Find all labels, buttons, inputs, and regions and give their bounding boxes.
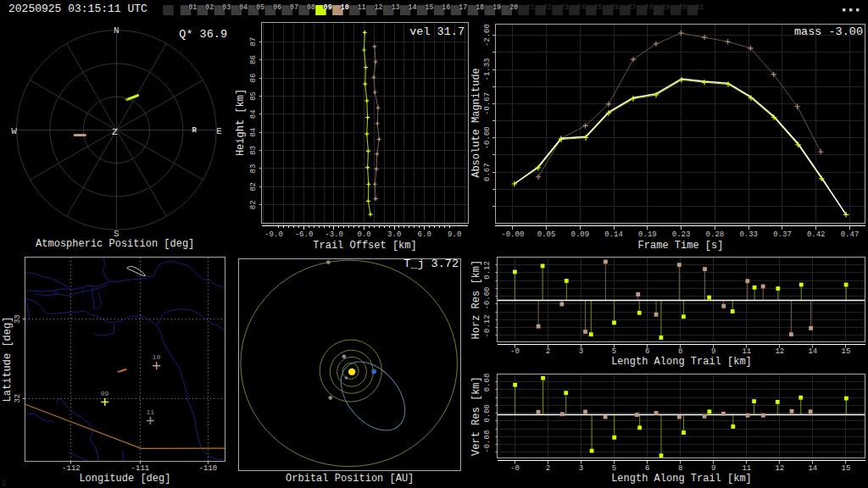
svg-text:E: E — [216, 126, 222, 136]
svg-text:14: 14 — [808, 347, 817, 356]
svg-text:Length Along Trail [km]: Length Along Trail [km] — [611, 356, 752, 368]
svg-text:5: 5 — [612, 347, 616, 356]
svg-text:0.00: 0.00 — [483, 404, 492, 423]
svg-text:Vert Res [km]: Vert Res [km] — [470, 376, 482, 456]
svg-text:14: 14 — [808, 464, 817, 473]
svg-text:Absolute Magnitude: Absolute Magnitude — [470, 68, 482, 178]
svg-text:Q* 36.9: Q* 36.9 — [179, 28, 227, 41]
svg-text:20: 20 — [509, 3, 518, 12]
svg-text:18: 18 — [476, 3, 484, 12]
svg-text:02: 02 — [205, 3, 214, 12]
svg-text:05: 05 — [256, 3, 264, 12]
svg-text:83: 83 — [249, 164, 258, 174]
svg-text:0.08: 0.08 — [483, 374, 492, 392]
svg-text:-0.00: -0.00 — [501, 230, 524, 239]
svg-text:14: 14 — [408, 3, 416, 12]
svg-text:-1.33: -1.33 — [483, 58, 492, 80]
svg-text:86: 86 — [249, 74, 258, 83]
svg-text:gmn: gmn — [2, 479, 7, 486]
svg-text:15: 15 — [425, 3, 433, 12]
svg-text:22: 22 — [543, 3, 552, 12]
svg-text:8: 8 — [678, 347, 682, 356]
svg-text:-110: -110 — [199, 464, 218, 473]
svg-text:Longitude [deg]: Longitude [deg] — [79, 473, 170, 485]
svg-text:12: 12 — [374, 3, 382, 12]
svg-text:12: 12 — [775, 347, 784, 356]
svg-text:Frame Time [s]: Frame Time [s] — [638, 240, 724, 252]
svg-text:01: 01 — [188, 3, 197, 12]
svg-text:6: 6 — [645, 347, 649, 356]
svg-text:0.14: 0.14 — [604, 230, 623, 239]
svg-text:0.33: 0.33 — [739, 230, 758, 239]
svg-text:-111: -111 — [131, 464, 150, 473]
svg-text:11: 11 — [742, 347, 751, 356]
svg-text:03: 03 — [222, 3, 231, 12]
svg-text:vel 31.7: vel 31.7 — [409, 25, 465, 38]
svg-text:0.09: 0.09 — [570, 230, 589, 239]
svg-text:17: 17 — [459, 3, 467, 12]
svg-text:6.0: 6.0 — [418, 230, 431, 239]
svg-text:31: 31 — [695, 3, 704, 12]
svg-text:0.05: 0.05 — [537, 230, 556, 239]
svg-text:Length Along Trail [km]: Length Along Trail [km] — [611, 473, 752, 485]
svg-text:26: 26 — [610, 3, 619, 12]
svg-text:0.12: 0.12 — [483, 261, 492, 280]
svg-text:82: 82 — [249, 182, 258, 191]
svg-text:W: W — [11, 126, 17, 136]
svg-text:12: 12 — [775, 464, 784, 473]
svg-text:8: 8 — [678, 464, 682, 473]
svg-text:0.0: 0.0 — [357, 230, 370, 239]
svg-text:-0: -0 — [510, 347, 520, 356]
svg-text:Z: Z — [112, 126, 118, 137]
svg-text:09: 09 — [324, 3, 332, 12]
svg-text:3.0: 3.0 — [387, 230, 401, 239]
svg-text:3: 3 — [579, 464, 583, 473]
svg-text:2: 2 — [546, 464, 550, 473]
svg-text:-0: -0 — [510, 464, 520, 473]
svg-text:19: 19 — [492, 3, 501, 12]
svg-text:32: 32 — [14, 394, 22, 403]
svg-text:Latitude [deg]: Latitude [deg] — [2, 317, 14, 402]
svg-text:06: 06 — [273, 3, 281, 12]
svg-text:0.19: 0.19 — [638, 230, 657, 239]
svg-text:0.23: 0.23 — [672, 230, 691, 239]
svg-text:16: 16 — [442, 3, 450, 12]
svg-text:mass -3.00: mass -3.00 — [794, 25, 863, 38]
svg-text:-0.00: -0.00 — [483, 126, 492, 149]
svg-text:9.0: 9.0 — [448, 230, 461, 239]
svg-text:25: 25 — [593, 3, 602, 12]
svg-text:33: 33 — [14, 314, 22, 324]
svg-text:Height [km]: Height [km] — [235, 89, 247, 156]
svg-text:9: 9 — [711, 464, 715, 473]
svg-text:0.28: 0.28 — [706, 230, 725, 239]
svg-text:30: 30 — [678, 3, 687, 12]
svg-text:11: 11 — [357, 3, 365, 12]
svg-text:-9.0: -9.0 — [264, 230, 283, 239]
svg-text:11: 11 — [146, 408, 154, 416]
svg-text:Orbital Position [AU]: Orbital Position [AU] — [286, 473, 414, 485]
svg-text:13: 13 — [391, 3, 399, 12]
svg-text:83: 83 — [249, 146, 258, 155]
svg-text:0.47: 0.47 — [841, 230, 860, 239]
svg-text:15: 15 — [841, 464, 850, 473]
svg-text:Trail Offset [km]: Trail Offset [km] — [313, 240, 416, 252]
svg-text:-0.67: -0.67 — [483, 92, 492, 115]
svg-text:9: 9 — [711, 347, 715, 356]
svg-text:84: 84 — [249, 109, 258, 119]
svg-text:-2.00: -2.00 — [483, 24, 492, 47]
svg-text:-0.00: -0.00 — [483, 286, 492, 309]
svg-text:N: N — [114, 25, 120, 36]
svg-text:-0.08: -0.08 — [483, 430, 492, 453]
svg-text:27: 27 — [627, 3, 636, 12]
svg-text:T_j 3.72: T_j 3.72 — [403, 258, 459, 270]
svg-text:2: 2 — [546, 347, 550, 356]
svg-text:86: 86 — [249, 55, 258, 64]
svg-text:6: 6 — [645, 464, 649, 473]
svg-text:5: 5 — [612, 464, 616, 473]
svg-text:23: 23 — [560, 3, 569, 12]
svg-text:24: 24 — [577, 3, 586, 12]
svg-text:84: 84 — [249, 128, 258, 137]
svg-text:-3.0: -3.0 — [325, 230, 343, 239]
svg-text:10: 10 — [341, 3, 349, 12]
svg-text:0.37: 0.37 — [773, 230, 792, 239]
